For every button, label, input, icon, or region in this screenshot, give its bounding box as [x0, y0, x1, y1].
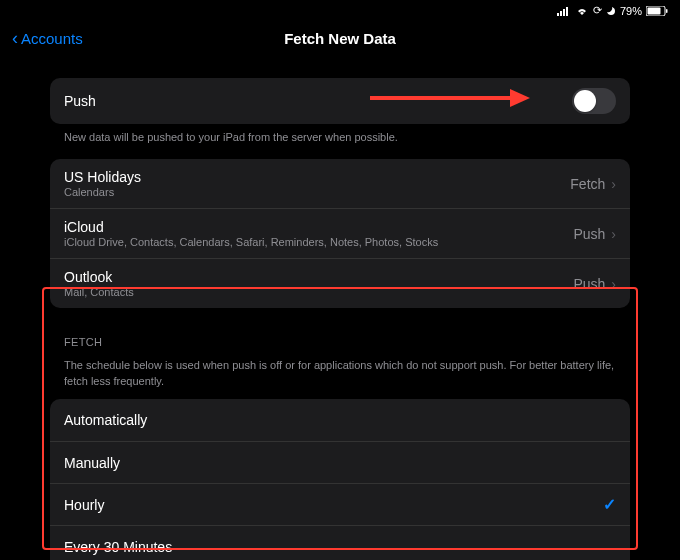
dnd-icon — [606, 6, 616, 16]
push-toggle[interactable] — [572, 88, 616, 114]
account-row-icloud[interactable]: iCloud iCloud Drive, Contacts, Calendars… — [50, 208, 630, 258]
account-title: US Holidays — [64, 169, 570, 185]
account-subtitle: iCloud Drive, Contacts, Calendars, Safar… — [64, 236, 573, 248]
account-title: Outlook — [64, 269, 573, 285]
push-caption: New data will be pushed to your iPad fro… — [50, 124, 630, 145]
page-title: Fetch New Data — [0, 30, 680, 47]
wifi-icon — [575, 6, 589, 16]
fetch-option-hourly[interactable]: Hourly ✓ — [50, 483, 630, 525]
back-label: Accounts — [21, 30, 83, 47]
svg-rect-5 — [648, 7, 661, 14]
signal-icon — [557, 6, 571, 16]
fetch-option-label: Hourly — [64, 497, 603, 513]
checkmark-icon: ✓ — [603, 495, 616, 514]
toggle-knob — [574, 90, 596, 112]
account-subtitle: Calendars — [64, 186, 570, 198]
back-button[interactable]: ‹ Accounts — [12, 28, 83, 49]
battery-pct: 79% — [620, 5, 642, 17]
svg-rect-6 — [666, 9, 668, 13]
fetch-option-label: Manually — [64, 455, 616, 471]
account-row-us-holidays[interactable]: US Holidays Calendars Fetch › — [50, 159, 630, 208]
account-title: iCloud — [64, 219, 573, 235]
fetch-option-label: Every 30 Minutes — [64, 539, 616, 555]
push-row[interactable]: Push — [50, 78, 630, 124]
chevron-right-icon: › — [611, 176, 616, 192]
accounts-group: US Holidays Calendars Fetch › iCloud iCl… — [50, 159, 630, 308]
account-mode: Push — [573, 226, 605, 242]
account-subtitle: Mail, Contacts — [64, 286, 573, 298]
account-mode: Fetch — [570, 176, 605, 192]
fetch-option-30min[interactable]: Every 30 Minutes — [50, 525, 630, 560]
chevron-right-icon: › — [611, 226, 616, 242]
battery-icon — [646, 6, 668, 16]
chevron-left-icon: ‹ — [12, 28, 18, 49]
fetch-options-group: Automatically Manually Hourly ✓ Every 30… — [50, 399, 630, 560]
nav-header: ‹ Accounts Fetch New Data — [0, 16, 680, 60]
fetch-description: The schedule below is used when push is … — [50, 358, 630, 399]
account-mode: Push — [573, 276, 605, 292]
svg-rect-3 — [566, 7, 568, 16]
svg-rect-2 — [563, 9, 565, 16]
svg-rect-1 — [560, 11, 562, 16]
chevron-right-icon: › — [611, 276, 616, 292]
push-group: Push — [50, 78, 630, 124]
fetch-header: FETCH — [50, 336, 630, 352]
push-label: Push — [64, 93, 572, 109]
account-row-outlook[interactable]: Outlook Mail, Contacts Push › — [50, 258, 630, 308]
fetch-option-manually[interactable]: Manually — [50, 441, 630, 483]
fetch-option-automatically[interactable]: Automatically — [50, 399, 630, 441]
fetch-option-label: Automatically — [64, 412, 616, 428]
